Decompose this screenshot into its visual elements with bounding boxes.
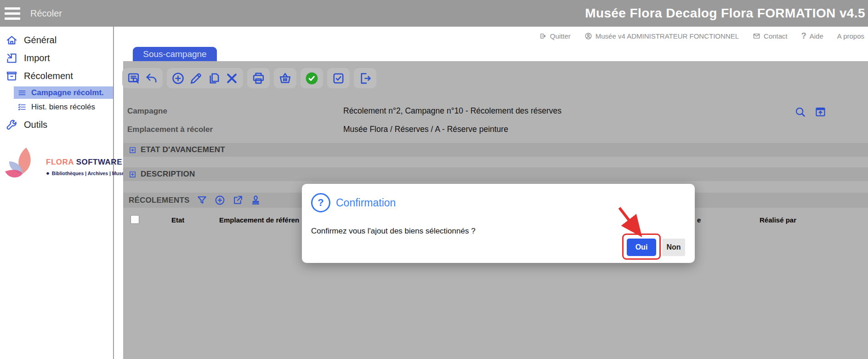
filter-icon[interactable] <box>196 194 208 206</box>
validate-check-icon <box>305 71 319 85</box>
edit-button[interactable] <box>189 71 203 85</box>
undo-button[interactable] <box>144 71 159 85</box>
module-title: Récoler <box>30 8 62 19</box>
toolbar-group-basket <box>274 68 296 88</box>
utility-bar: Quitter Musée v4 ADMINISTRATEUR FONCTION… <box>0 27 868 46</box>
delete-x-icon <box>225 71 239 85</box>
toolbar-group-checkbox <box>327 68 350 88</box>
flora-software-logo: FLORA SOFTWARE ● Bibliothèques | Archive… <box>0 145 113 189</box>
sidebar-item-hist-biens-recoles[interactable]: Hist. biens récolés <box>14 101 113 113</box>
apropos-link[interactable]: A propos <box>837 32 864 40</box>
add-circle-icon[interactable] <box>214 194 226 206</box>
expand-plus-icon <box>129 146 136 154</box>
user-account-link[interactable]: Musée v4 ADMINISTRATEUR FONCTIONNEL <box>584 32 739 40</box>
select-all-checkbox[interactable] <box>130 215 139 224</box>
copy-icon <box>207 71 221 85</box>
column-header-etat: Etat <box>171 216 184 224</box>
brand-name: FLORA SOFTWARE <box>46 158 130 167</box>
sidebar-item-import[interactable]: Import <box>0 49 113 67</box>
quitter-link[interactable]: Quitter <box>539 32 571 40</box>
export-icon <box>358 71 372 85</box>
toolbar-group-validate <box>301 68 323 88</box>
dialog-message: Confirmez vous l'ajout des biens sélecti… <box>311 227 476 236</box>
user-circle-icon <box>584 32 592 40</box>
top-bar: Récoler Musée Flora Decalog Flora FORMAT… <box>0 0 868 27</box>
edit-pencil-icon <box>189 71 203 85</box>
export-button[interactable] <box>358 71 372 85</box>
section-etat-avancement[interactable]: ETAT D'AVANCEMENT <box>123 143 868 157</box>
wrench-icon <box>6 119 18 131</box>
basket-icon <box>278 71 292 85</box>
checklist-icon <box>17 103 27 112</box>
add-circle-icon <box>171 71 185 85</box>
expand-plus-icon <box>129 171 136 178</box>
undo-icon <box>144 71 159 85</box>
campagne-value: Récolement n°2, Campagne n°10 - Récoleme… <box>343 106 562 116</box>
question-icon: ? <box>801 31 806 41</box>
non-button[interactable]: Non <box>662 239 685 256</box>
sidebar-item-campagne-recolmt[interactable]: Campagne récolmt. <box>14 86 113 99</box>
column-header-realise-par: Réalisé par <box>760 216 796 224</box>
contact-link[interactable]: Contact <box>753 32 788 40</box>
copy-button[interactable] <box>207 71 221 85</box>
archive-box-icon <box>6 70 18 82</box>
toolbar-group-print <box>247 68 270 88</box>
open-external-icon[interactable] <box>232 194 244 206</box>
app-window: Récoler Musée Flora Decalog Flora FORMAT… <box>0 0 868 359</box>
delete-button[interactable] <box>225 71 239 85</box>
checkbox-check-icon <box>331 71 346 85</box>
print-button[interactable] <box>251 71 266 85</box>
tab-sous-campagne[interactable]: Sous-campagne <box>133 47 217 61</box>
list-search-button[interactable] <box>126 71 141 85</box>
print-icon <box>251 71 266 85</box>
column-header-fragment: e <box>697 216 701 224</box>
sidebar-divider <box>113 27 114 359</box>
sidebar-item-general[interactable]: Général <box>0 31 113 49</box>
basket-button[interactable] <box>278 71 292 85</box>
stamp-icon[interactable] <box>250 194 261 206</box>
toolbar-group-export <box>354 68 376 88</box>
sidebar-item-recolement[interactable]: Récolement <box>0 67 113 85</box>
dialog-title: Confirmation <box>336 197 396 209</box>
sidebar-item-outils[interactable]: Outils <box>0 116 113 134</box>
menu-lines-icon <box>17 88 27 97</box>
home-icon <box>6 34 18 46</box>
campagne-label: Campagne <box>127 107 167 116</box>
confirmation-dialog: ? Confirmation Confirmez vous l'ajout de… <box>302 184 695 263</box>
select-button[interactable] <box>331 71 346 85</box>
aide-link[interactable]: ? Aide <box>801 31 823 41</box>
import-icon <box>6 52 18 64</box>
open-window-icon[interactable] <box>814 106 827 118</box>
column-header-emplacement: Emplacement de référen <box>219 216 299 224</box>
oui-button[interactable]: Oui <box>627 239 656 256</box>
validate-button[interactable] <box>305 71 319 85</box>
recolements-title: RÉCOLEMENTS <box>129 196 190 205</box>
brand-tagline: ● Bibliothèques | Archives | Musées <box>46 170 130 176</box>
sidebar: Général Import Récolement Campagne récol… <box>0 27 113 359</box>
envelope-icon <box>753 32 760 40</box>
toolbar <box>122 68 376 88</box>
logout-icon <box>539 32 547 40</box>
emplacement-label: Emplacement à récoler <box>127 125 213 134</box>
search-icon[interactable] <box>794 106 806 118</box>
section-description[interactable]: DESCRIPTION <box>123 167 868 181</box>
app-title: Musée Flora Decalog Flora FORMATION v4.5 <box>585 6 865 21</box>
toolbar-group-search <box>122 68 163 88</box>
field-actions <box>794 106 827 118</box>
list-search-icon <box>126 71 141 85</box>
flora-petals-icon <box>1 145 45 189</box>
emplacement-value: Musée Flora / Réserves / A - Réserve pei… <box>343 125 508 134</box>
hamburger-menu-icon[interactable] <box>5 7 20 20</box>
toolbar-group-edit <box>167 68 243 88</box>
question-circle-icon: ? <box>311 193 330 212</box>
add-button[interactable] <box>171 71 185 85</box>
